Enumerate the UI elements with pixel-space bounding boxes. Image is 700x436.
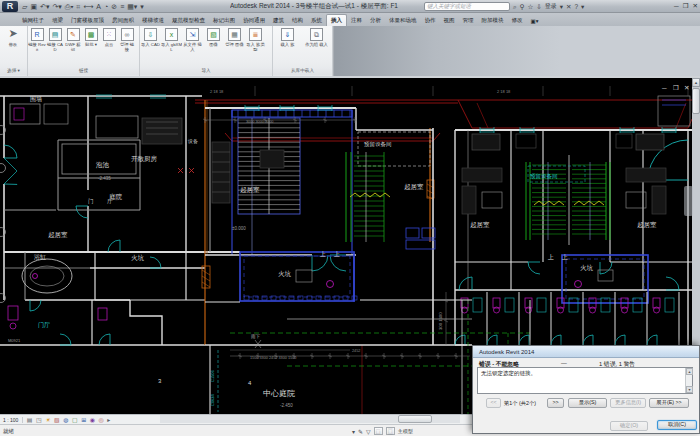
ribbon-tab-结构[interactable]: 结构 xyxy=(288,15,307,26)
next-error-button[interactable]: >> xyxy=(547,398,564,408)
navigation-bar[interactable] xyxy=(684,186,693,216)
link-cad-button[interactable]: ▤链接 CAD xyxy=(46,27,64,64)
ribbon-tab-视图[interactable]: 视图 xyxy=(440,15,459,26)
cursor-button[interactable]: ➤修改 xyxy=(0,27,26,64)
ribbon-tab-插入[interactable]: 插入 xyxy=(326,14,347,26)
editable-only-icon[interactable]: ✎ xyxy=(358,428,363,435)
import-cad-button[interactable]: ⇩导入 CAD xyxy=(140,27,161,64)
exchange-apps-icon[interactable]: ✕ xyxy=(566,3,571,11)
more-info-button[interactable]: 更多信息(I) xyxy=(610,398,646,408)
exclude-options-toggle[interactable]: ⬚ xyxy=(374,427,383,435)
show-button[interactable]: 显示(S) xyxy=(568,398,607,408)
section-icon[interactable]: ⊘ xyxy=(111,2,117,11)
scroll-up-icon[interactable]: ▲ xyxy=(686,368,693,375)
design-option-label[interactable]: 主模型 xyxy=(398,428,413,434)
view-restore-button[interactable]: ❐ xyxy=(673,84,679,91)
error-message-scrollbar[interactable]: ▲ ▼ xyxy=(685,368,692,393)
analytical-icon[interactable]: ▸ xyxy=(107,416,110,424)
ribbon-tab-体量和场地[interactable]: 体量和场地 xyxy=(385,15,421,26)
load-family-button[interactable]: ⇓载入 族 xyxy=(273,27,302,64)
help-dropdown-icon[interactable]: ▾ xyxy=(581,3,584,11)
worksets-dropdown-icon[interactable]: ▾ xyxy=(352,428,355,435)
reveal-hidden-icon[interactable]: ◎ xyxy=(98,416,103,424)
save-icon[interactable]: ▣ xyxy=(30,2,37,11)
ribbon-tab-协同通用[interactable]: 协同通用 xyxy=(239,15,269,26)
link-revit-button[interactable]: R链接 Revit xyxy=(28,27,46,64)
cancel-button[interactable]: 取消(C) xyxy=(657,420,697,430)
view-close-button[interactable]: ✕ xyxy=(684,84,689,91)
detail-level-icon[interactable]: ▤ xyxy=(27,416,33,424)
minimize-button[interactable]: ─ xyxy=(674,1,679,11)
sun-path-icon[interactable]: ☀ xyxy=(45,416,50,424)
ribbon-tab-规范模型检查[interactable]: 规范模型检查 xyxy=(168,15,209,26)
favorites-icon[interactable]: ☆ xyxy=(527,3,533,11)
show-crop-icon[interactable]: ⊞ xyxy=(81,416,86,424)
text-icon[interactable]: A xyxy=(96,2,101,11)
search-input[interactable]: 键入关键字或短语 xyxy=(424,2,510,11)
link-revit-icon: R xyxy=(31,28,44,41)
customize-qat-icon[interactable]: ▾ xyxy=(140,2,144,11)
import-family-types-button[interactable]: ≣导入 族类型 xyxy=(245,27,266,64)
manage-images-button[interactable]: ▦管理 图像 xyxy=(224,27,245,64)
insert-from-file-button[interactable]: ⇲从文件 插入 xyxy=(182,27,203,64)
measure-icon[interactable]: ⌗ xyxy=(76,2,80,11)
scroll-up-icon[interactable]: ▲ xyxy=(692,78,700,87)
rendering-icon[interactable]: ◍ xyxy=(63,416,68,424)
filter-icon[interactable]: ▽ xyxy=(366,428,371,435)
undo-icon[interactable]: ↶▾ xyxy=(40,2,49,11)
import-gbxml-button[interactable]: x导入 gbXML xyxy=(161,27,182,64)
press-drag-toggle[interactable]: ⿴ xyxy=(386,427,395,435)
sign-in-button[interactable]: 登录 xyxy=(545,2,557,11)
ribbon-tab-管理[interactable]: 管理 xyxy=(459,15,478,26)
search-icon[interactable]: ⌕ xyxy=(513,3,517,11)
expand-button[interactable]: 展开(E) >> xyxy=(649,398,689,408)
dwf-markup-button[interactable]: ✎DWF 标记 xyxy=(64,27,82,64)
scroll-down-icon[interactable]: ▼ xyxy=(686,386,693,393)
horizontal-scrollbar-thumb[interactable] xyxy=(398,415,432,423)
ribbon-tab-门窗楼板屋顶[interactable]: 门窗楼板屋顶 xyxy=(67,15,108,26)
ribbon-tab-墙梁[interactable]: 墙梁 xyxy=(48,15,67,26)
signin-dropdown-icon[interactable]: ▾ xyxy=(560,3,563,11)
crop-view-icon[interactable]: ▢ xyxy=(72,416,78,424)
communication-center-icon[interactable]: ⚲ xyxy=(520,3,525,11)
restore-button[interactable]: ❐ xyxy=(683,1,689,11)
ribbon-tab-注释[interactable]: 注释 xyxy=(347,15,366,26)
view-minimize-button[interactable]: ─ xyxy=(661,84,667,91)
close-button[interactable]: ✕ xyxy=(693,1,698,11)
error-dialog-title-bar[interactable]: Autodesk Revit 2014 xyxy=(473,346,699,358)
ribbon-display-toggle-icon[interactable]: ▣▾ xyxy=(527,16,543,26)
scrollbar-thumb[interactable] xyxy=(692,88,700,114)
thin-lines-icon[interactable]: ≡ xyxy=(120,2,124,11)
print-icon[interactable]: ⎙▾ xyxy=(65,2,74,11)
image-button[interactable]: ▧图像 xyxy=(203,27,224,64)
redo-icon[interactable]: ↷▾ xyxy=(52,2,61,11)
aligned-dimension-icon[interactable]: ⟷ xyxy=(83,2,93,11)
help-icon[interactable]: ? xyxy=(574,3,578,10)
ribbon-tab-修改[interactable]: 修改 xyxy=(508,15,527,26)
ribbon-tab-分析[interactable]: 分析 xyxy=(366,15,385,26)
previous-error-button[interactable]: << xyxy=(486,398,501,408)
open-icon[interactable]: ▱ xyxy=(22,2,27,11)
ribbon-tab-附加模块[interactable]: 附加模块 xyxy=(478,15,508,26)
manage-links-button[interactable]: ∞管理 链接 xyxy=(118,27,136,64)
ribbon-tab-协作[interactable]: 协作 xyxy=(421,15,440,26)
ribbon-tab-楼梯坡道[interactable]: 楼梯坡道 xyxy=(138,15,168,26)
3d-view-icon[interactable]: ◔ xyxy=(104,2,108,11)
temporary-hide-isolate-icon[interactable]: ◉ xyxy=(90,416,95,424)
point-cloud-button[interactable]: ⁙点云 xyxy=(100,27,118,64)
application-menu-button[interactable]: R xyxy=(2,1,18,12)
load-as-group-button[interactable]: ⧉作为组 载入 xyxy=(302,27,331,64)
switch-windows-icon[interactable]: ▦▾ xyxy=(127,2,137,11)
ribbon-tab-建筑[interactable]: 建筑 xyxy=(269,15,288,26)
ribbon-tab-系统[interactable]: 系统 xyxy=(307,15,326,26)
shadows-icon[interactable]: ▧ xyxy=(54,416,60,424)
ribbon-tab-标记出图[interactable]: 标记出图 xyxy=(209,15,239,26)
visual-style-icon[interactable]: ◳ xyxy=(36,416,42,424)
subscription-icon[interactable]: ⇩ xyxy=(536,3,541,11)
title-bar: R ▱▣↶▾↷▾⎙▾⌗⟷A◔⊘≡▦▾▾ Autodesk Revit 2014 … xyxy=(0,0,700,13)
decal-button[interactable]: ▩贴花 ▾ xyxy=(82,27,100,64)
ribbon-tab-房间面积[interactable]: 房间面积 xyxy=(108,15,138,26)
view-scale-button[interactable]: 1 : 100 xyxy=(0,417,23,423)
ribbon-tab-轴网柱子[interactable]: 轴网柱子 xyxy=(18,15,48,26)
ok-button[interactable]: 确定(O) xyxy=(610,421,648,431)
